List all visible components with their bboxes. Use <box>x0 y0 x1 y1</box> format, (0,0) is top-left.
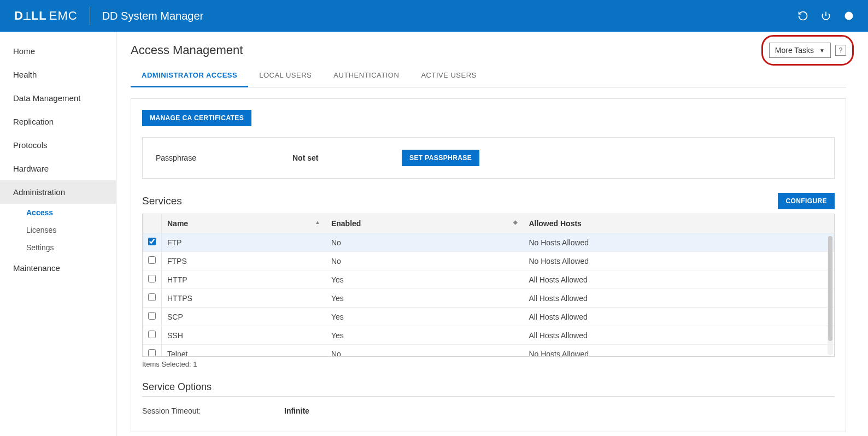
sidebar-item-administration[interactable]: Administration <box>0 180 116 204</box>
more-tasks-dropdown[interactable]: More Tasks ▼ <box>769 43 831 58</box>
row-checkbox[interactable] <box>148 349 156 356</box>
passphrase-value: Not set <box>292 154 402 162</box>
tab-bar: ADMINISTRATOR ACCESSLOCAL USERSAUTHENTIC… <box>131 66 846 87</box>
brand-logo: D⟂LL EMC <box>14 9 78 23</box>
table-row[interactable]: HTTPYesAll Hosts Allowed <box>143 270 834 289</box>
tab-administrator-access[interactable]: ADMINISTRATOR ACCESS <box>131 66 248 87</box>
brand-emc: EMC <box>49 9 78 23</box>
cell-allowed: No Hosts Allowed <box>523 233 834 252</box>
context-help-button[interactable]: ? <box>835 45 846 56</box>
sidebar-subitem-access[interactable]: Access <box>0 204 116 221</box>
sidebar-item-home[interactable]: Home <box>0 39 116 63</box>
cell-allowed: All Hosts Allowed <box>523 326 834 345</box>
col-allowed[interactable]: Allowed Hosts <box>523 214 834 233</box>
sort-asc-icon: ▲ <box>315 219 320 225</box>
service-options-title: Service Options <box>142 381 835 397</box>
scrollbar[interactable] <box>828 236 833 355</box>
sidebar-item-hardware[interactable]: Hardware <box>0 157 116 180</box>
cell-name: Telnet <box>162 345 326 357</box>
sidebar-subitem-settings[interactable]: Settings <box>0 239 116 256</box>
col-select <box>143 214 162 233</box>
items-selected-count: 1 <box>193 360 197 368</box>
row-checkbox[interactable] <box>148 293 156 301</box>
cell-name: FTPS <box>162 252 326 270</box>
power-icon[interactable] <box>820 10 832 22</box>
sidebar: HomeHealthData ManagementReplicationProt… <box>0 32 116 436</box>
table-row[interactable]: TelnetNoNo Hosts Allowed <box>143 345 834 357</box>
session-timeout-label: Session Timeout: <box>142 406 284 415</box>
cell-name: SCP <box>162 308 326 326</box>
cell-enabled: No <box>326 233 523 252</box>
tab-local-users[interactable]: LOCAL USERS <box>248 66 322 87</box>
help-icon[interactable]: ? <box>843 10 855 22</box>
row-checkbox-cell <box>143 233 162 252</box>
refresh-icon[interactable] <box>797 10 809 22</box>
services-table: Name ▲ Enabled ◆ Allowed Hosts <box>142 214 835 357</box>
sidebar-subitem-licenses[interactable]: Licenses <box>0 221 116 239</box>
cell-enabled: Yes <box>326 326 523 345</box>
app-header: D⟂LL EMC DD System Manager ? <box>0 0 868 32</box>
session-timeout-row: Session Timeout: Infinite <box>142 406 835 415</box>
table-row[interactable]: HTTPSYesAll Hosts Allowed <box>143 289 834 308</box>
cell-allowed: All Hosts Allowed <box>523 308 834 326</box>
cell-allowed: No Hosts Allowed <box>523 252 834 270</box>
sort-icon: ◆ <box>513 219 518 225</box>
page-title: Access Management <box>131 43 243 57</box>
cell-enabled: Yes <box>326 308 523 326</box>
admin-access-panel: MANAGE CA CERTIFICATES Passphrase Not se… <box>131 98 846 432</box>
passphrase-box: Passphrase Not set SET PASSPHRASE <box>142 137 835 179</box>
brand-dell: D⟂LL <box>14 9 47 23</box>
cell-allowed: All Hosts Allowed <box>523 270 834 289</box>
row-checkbox[interactable] <box>148 331 156 338</box>
sidebar-item-protocols[interactable]: Protocols <box>0 133 116 157</box>
table-row[interactable]: SCPYesAll Hosts Allowed <box>143 308 834 326</box>
col-allowed-label: Allowed Hosts <box>529 219 581 228</box>
manage-ca-certificates-button[interactable]: MANAGE CA CERTIFICATES <box>142 110 251 126</box>
sidebar-item-maintenance[interactable]: Maintenance <box>0 256 116 280</box>
more-tasks-label: More Tasks <box>775 46 814 55</box>
session-timeout-value: Infinite <box>284 406 309 415</box>
table-row[interactable]: FTPSNoNo Hosts Allowed <box>143 252 834 270</box>
cell-enabled: Yes <box>326 289 523 308</box>
cell-allowed: No Hosts Allowed <box>523 345 834 357</box>
row-checkbox-cell <box>143 308 162 326</box>
configure-button[interactable]: CONFIGURE <box>778 193 835 209</box>
row-checkbox[interactable] <box>148 256 156 264</box>
col-enabled-label: Enabled <box>331 219 361 228</box>
sidebar-item-data-management[interactable]: Data Management <box>0 86 116 110</box>
cell-name: HTTP <box>162 270 326 289</box>
svg-text:?: ? <box>847 12 851 19</box>
header-divider <box>90 7 90 25</box>
row-checkbox[interactable] <box>148 238 156 245</box>
cell-name: FTP <box>162 233 326 252</box>
services-title: Services <box>142 195 182 207</box>
cell-allowed: All Hosts Allowed <box>523 289 834 308</box>
items-selected-prefix: Items Selected: <box>142 360 193 368</box>
items-selected: Items Selected: 1 <box>142 360 835 368</box>
more-tasks-area: More Tasks ▼ ? <box>769 43 846 58</box>
cell-name: SSH <box>162 326 326 345</box>
table-row[interactable]: SSHYesAll Hosts Allowed <box>143 326 834 345</box>
sidebar-item-replication[interactable]: Replication <box>0 110 116 133</box>
cell-enabled: No <box>326 252 523 270</box>
tab-active-users[interactable]: ACTIVE USERS <box>410 66 487 87</box>
cell-name: HTTPS <box>162 289 326 308</box>
col-name-label: Name <box>167 219 188 228</box>
row-checkbox-cell <box>143 289 162 308</box>
app-title: DD System Manager <box>102 10 204 22</box>
passphrase-label: Passphrase <box>156 154 292 162</box>
row-checkbox[interactable] <box>148 312 156 320</box>
set-passphrase-button[interactable]: SET PASSPHRASE <box>402 150 479 166</box>
main-content: Access Management More Tasks ▼ ? ADMINIS… <box>116 32 868 436</box>
col-name[interactable]: Name ▲ <box>162 214 326 233</box>
row-checkbox-cell <box>143 270 162 289</box>
sidebar-item-health[interactable]: Health <box>0 63 116 86</box>
tab-authentication[interactable]: AUTHENTICATION <box>322 66 410 87</box>
cell-enabled: Yes <box>326 270 523 289</box>
row-checkbox[interactable] <box>148 275 156 282</box>
chevron-down-icon: ▼ <box>819 48 825 54</box>
row-checkbox-cell <box>143 326 162 345</box>
row-checkbox-cell <box>143 252 162 270</box>
table-row[interactable]: FTPNoNo Hosts Allowed <box>143 233 834 252</box>
col-enabled[interactable]: Enabled ◆ <box>326 214 523 233</box>
